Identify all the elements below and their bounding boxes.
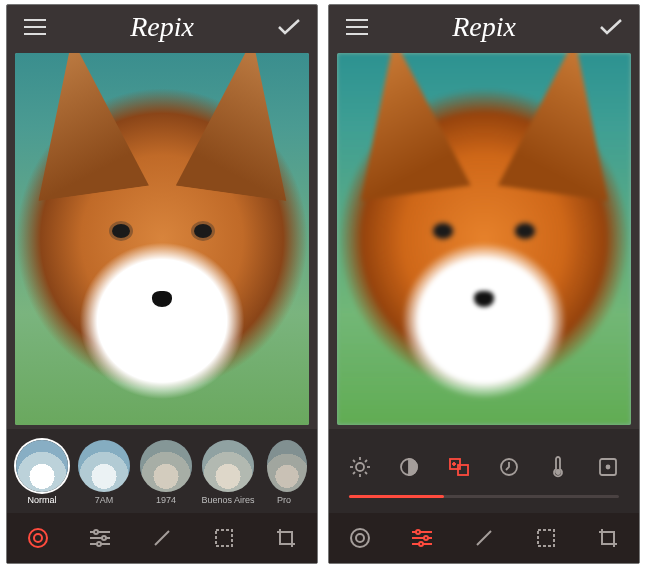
svg-line-22 [365, 472, 367, 474]
brush-icon [151, 527, 173, 549]
filter-label: Buenos Aires [199, 495, 257, 505]
adjust-strip [329, 429, 639, 513]
effects-icon [26, 526, 50, 550]
tool-effects[interactable] [338, 516, 382, 560]
svg-point-35 [356, 534, 364, 542]
image-canvas[interactable] [15, 53, 309, 425]
contrast-icon [398, 456, 420, 478]
adjust-tools-row [335, 449, 633, 485]
svg-line-24 [353, 472, 355, 474]
svg-point-37 [416, 530, 420, 534]
filter-normal[interactable]: Normal [13, 440, 71, 505]
tool-brush[interactable] [462, 516, 506, 560]
adjust-saturation[interactable] [487, 449, 531, 485]
tool-effects[interactable] [16, 516, 60, 560]
photo-preview [15, 53, 309, 425]
brush-icon [473, 527, 495, 549]
svg-line-42 [477, 531, 491, 545]
frames-icon [213, 527, 235, 549]
confirm-button[interactable] [595, 11, 627, 43]
tool-brush[interactable] [140, 516, 184, 560]
hamburger-icon [24, 19, 46, 35]
screenshot-right: Repix [328, 4, 640, 564]
photo-preview [337, 53, 631, 425]
menu-button[interactable] [19, 11, 51, 43]
frames-icon [535, 527, 557, 549]
svg-point-4 [34, 534, 42, 542]
adjust-slider[interactable] [349, 495, 619, 498]
filter-label: Normal [13, 495, 71, 505]
hamburger-icon [346, 19, 368, 35]
svg-rect-43 [538, 530, 554, 546]
effects-icon [348, 526, 372, 550]
check-icon [277, 18, 301, 36]
check-icon [599, 18, 623, 36]
vignette-icon [597, 456, 619, 478]
filter-buenos-aires[interactable]: Buenos Aires [199, 440, 257, 505]
filter-pro[interactable]: Pro [261, 440, 307, 505]
adjust-contrast[interactable] [387, 449, 431, 485]
svg-point-33 [607, 465, 610, 468]
svg-line-21 [353, 460, 355, 462]
filter-1974[interactable]: 1974 [137, 440, 195, 505]
top-bar: Repix [7, 5, 317, 49]
crop-icon [597, 527, 619, 549]
filter-thumb [140, 440, 192, 492]
adjust-icon [410, 528, 434, 548]
bottom-bar [329, 513, 639, 563]
svg-point-39 [424, 536, 428, 540]
svg-rect-12 [216, 530, 232, 546]
app-title: Repix [452, 11, 516, 43]
temperature-icon [551, 456, 565, 478]
filter-thumb [202, 440, 254, 492]
adjust-brightness[interactable] [338, 449, 382, 485]
app-title: Repix [130, 11, 194, 43]
adjust-sharpen[interactable] [437, 449, 481, 485]
confirm-button[interactable] [273, 11, 305, 43]
svg-line-11 [155, 531, 169, 545]
svg-point-16 [356, 463, 364, 471]
tool-frames[interactable] [524, 516, 568, 560]
tool-crop[interactable] [264, 516, 308, 560]
image-canvas[interactable] [337, 53, 631, 425]
tool-adjust[interactable] [400, 516, 444, 560]
svg-point-31 [556, 470, 560, 474]
menu-button[interactable] [341, 11, 373, 43]
tool-crop[interactable] [586, 516, 630, 560]
filter-label: Pro [261, 495, 307, 505]
adjust-vignette[interactable] [586, 449, 630, 485]
svg-point-6 [94, 530, 98, 534]
svg-line-23 [365, 460, 367, 462]
svg-point-41 [419, 542, 423, 546]
filter-7am[interactable]: 7AM [75, 440, 133, 505]
tool-adjust[interactable] [78, 516, 122, 560]
top-bar: Repix [329, 5, 639, 49]
filter-label: 7AM [75, 495, 133, 505]
svg-point-34 [351, 529, 369, 547]
crop-icon [275, 527, 297, 549]
filters-strip[interactable]: Normal 7AM 1974 Buenos Aires Pro [7, 429, 317, 513]
saturation-icon [498, 456, 520, 478]
adjust-temperature[interactable] [536, 449, 580, 485]
filter-thumb [267, 440, 307, 492]
bottom-bar [7, 513, 317, 563]
screenshot-left: Repix Normal 7AM 1974 Buenos Aires [6, 4, 318, 564]
filter-thumb [16, 440, 68, 492]
tool-frames[interactable] [202, 516, 246, 560]
svg-point-10 [97, 542, 101, 546]
svg-point-8 [102, 536, 106, 540]
adjust-icon [88, 528, 112, 548]
brightness-icon [349, 456, 371, 478]
adjust-slider-fill [349, 495, 444, 498]
svg-point-3 [29, 529, 47, 547]
filter-label: 1974 [137, 495, 195, 505]
sharpen-icon [447, 456, 471, 478]
filter-thumb [78, 440, 130, 492]
